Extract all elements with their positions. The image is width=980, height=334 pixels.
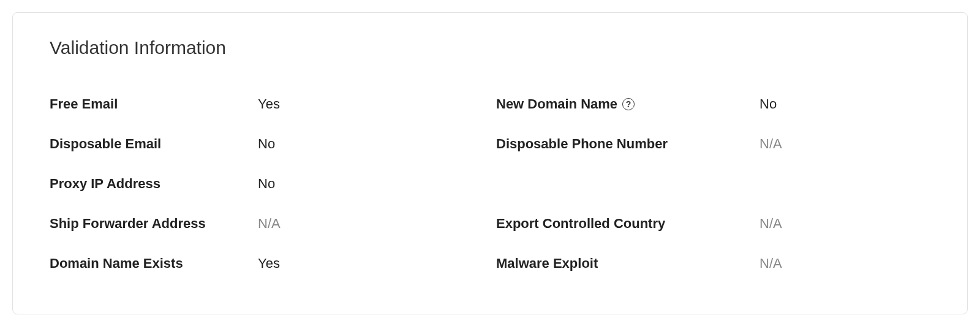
validation-columns: Free Email Yes Disposable Email No Proxy…: [43, 84, 937, 283]
value-disposable-email: No: [258, 136, 275, 152]
row-empty: [496, 164, 930, 203]
row-export-controlled: Export Controlled Country N/A: [496, 203, 930, 243]
label-domain-exists: Domain Name Exists: [50, 256, 258, 271]
value-proxy-ip: No: [258, 176, 275, 192]
label-proxy-ip: Proxy IP Address: [50, 176, 258, 192]
right-column: New Domain Name ? No Disposable Phone Nu…: [490, 84, 937, 283]
row-ship-forwarder: Ship Forwarder Address N/A: [50, 203, 484, 243]
label-disposable-email: Disposable Email: [50, 136, 258, 152]
row-malware-exploit: Malware Exploit N/A: [496, 243, 930, 283]
row-proxy-ip: Proxy IP Address No: [50, 164, 484, 203]
value-free-email: Yes: [258, 96, 280, 112]
label-disposable-phone: Disposable Phone Number: [496, 136, 760, 152]
value-domain-exists: Yes: [258, 256, 280, 271]
label-free-email: Free Email: [50, 96, 258, 112]
left-column: Free Email Yes Disposable Email No Proxy…: [43, 84, 490, 283]
label-export-controlled: Export Controlled Country: [496, 216, 760, 232]
help-icon[interactable]: ?: [622, 98, 635, 110]
validation-info-card: Validation Information Free Email Yes Di…: [12, 12, 968, 314]
value-disposable-phone: N/A: [760, 136, 782, 152]
row-free-email: Free Email Yes: [50, 84, 484, 124]
value-ship-forwarder: N/A: [258, 216, 281, 232]
value-new-domain: No: [760, 96, 777, 112]
label-ship-forwarder: Ship Forwarder Address: [50, 216, 258, 232]
label-new-domain-text: New Domain Name: [496, 96, 617, 112]
label-malware-exploit: Malware Exploit: [496, 256, 760, 271]
value-export-controlled: N/A: [760, 216, 782, 232]
row-disposable-email: Disposable Email No: [50, 124, 484, 164]
row-disposable-phone: Disposable Phone Number N/A: [496, 124, 930, 164]
card-title: Validation Information: [50, 37, 937, 58]
label-new-domain: New Domain Name ?: [496, 96, 760, 112]
row-domain-exists: Domain Name Exists Yes: [50, 243, 484, 283]
row-new-domain: New Domain Name ? No: [496, 84, 930, 124]
value-malware-exploit: N/A: [760, 256, 782, 271]
